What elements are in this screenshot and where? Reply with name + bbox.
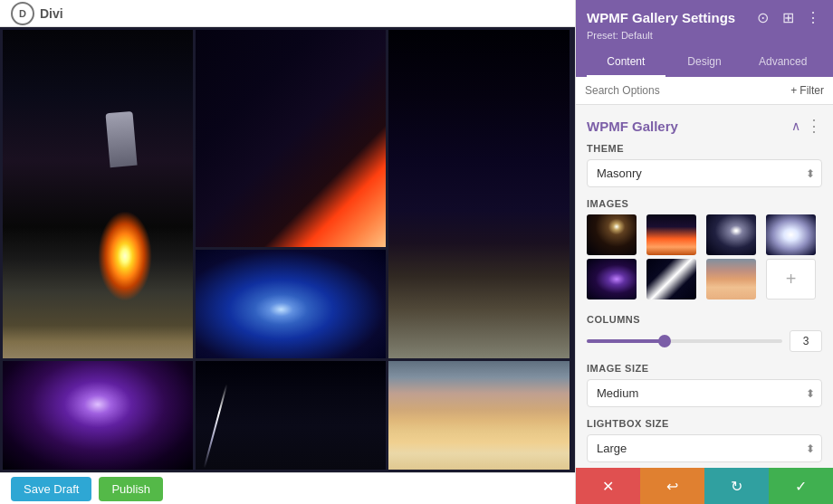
tab-advanced[interactable]: Advanced — [743, 48, 822, 77]
top-bar: D Divi — [0, 0, 575, 27]
panel-title-row: WPMF Gallery Settings ⊙ ⊞ ⋮ — [587, 9, 822, 26]
settings-panel: WPMF Gallery Settings ⊙ ⊞ ⋮ Preset: Defa… — [575, 0, 833, 504]
theme-label: Theme — [587, 143, 822, 154]
image-thumb-stars[interactable] — [706, 214, 756, 255]
gallery-image-shuttle — [3, 30, 193, 358]
panel-content: + Filter WPMF Gallery ∧ ⋮ Theme Masonry … — [576, 77, 833, 468]
columns-slider-thumb[interactable] — [658, 335, 671, 347]
filter-button[interactable]: + Filter — [790, 84, 824, 97]
columns-slider-row — [587, 330, 822, 352]
panel-action-bar: ✕ ↩ ↻ ✓ — [576, 468, 833, 504]
image-size-setting: Image Size Thumbnail Medium Large Full ⬍ — [576, 363, 833, 418]
columns-slider-fill — [587, 339, 665, 343]
columns-label: Columns — [587, 314, 822, 325]
bottom-bar: Save Draft Publish — [0, 472, 575, 504]
image-thumb-nebula[interactable] — [766, 214, 816, 255]
canvas-area: D Divi Save Draft Publish — [0, 0, 575, 504]
delete-button[interactable]: ✕ — [576, 468, 640, 504]
columns-setting: Columns — [576, 314, 833, 363]
lightbox-size-select[interactable]: Thumbnail Medium Large Full — [587, 434, 822, 462]
image-size-select[interactable]: Thumbnail Medium Large Full — [587, 379, 822, 407]
collapse-icon[interactable]: ∧ — [791, 119, 800, 133]
gallery-image-purple-galaxy — [3, 361, 193, 470]
columns-icon[interactable]: ⊞ — [779, 9, 797, 26]
images-label: Images — [587, 198, 822, 209]
gallery-image-sunset — [388, 361, 570, 470]
panel-tabs: Content Design Advanced — [587, 48, 822, 77]
gallery-image-rocket — [196, 30, 386, 247]
undo-button[interactable]: ↩ — [640, 468, 704, 504]
section-actions: ∧ ⋮ — [791, 116, 822, 136]
search-filter-row: + Filter — [576, 77, 833, 105]
panel-preset: Preset: Default — [587, 30, 822, 41]
panel-title: WPMF Gallery Settings — [587, 10, 735, 25]
image-size-select-wrapper: Thumbnail Medium Large Full ⬍ — [587, 379, 822, 407]
settings-icon[interactable]: ⊙ — [753, 9, 771, 26]
divi-logo-icon: D — [11, 2, 34, 25]
image-thumb-purple[interactable] — [587, 259, 637, 300]
lightbox-size-select-wrapper: Thumbnail Medium Large Full ⬍ — [587, 434, 822, 462]
search-input[interactable] — [585, 84, 785, 97]
confirm-button[interactable]: ✓ — [769, 468, 833, 504]
section-title: WPMF Gallery — [587, 119, 678, 134]
images-grid: + — [587, 214, 822, 300]
image-thumb-shuttle[interactable] — [587, 214, 637, 255]
tab-content[interactable]: Content — [587, 48, 665, 77]
gallery-image-star-streak — [196, 361, 386, 470]
more-icon[interactable]: ⋮ — [804, 9, 822, 26]
section-more-icon[interactable]: ⋮ — [806, 116, 822, 136]
lightbox-size-label: Lightbox Size — [587, 418, 822, 429]
columns-slider-track — [587, 339, 782, 343]
gallery-image-nebula — [196, 250, 386, 358]
publish-button[interactable]: Publish — [99, 477, 163, 501]
panel-header: WPMF Gallery Settings ⊙ ⊞ ⋮ Preset: Defa… — [576, 0, 833, 77]
lightbox-size-setting: Lightbox Size Thumbnail Medium Large Ful… — [576, 418, 833, 468]
filter-plus-icon: + — [790, 84, 797, 97]
filter-label: Filter — [799, 84, 824, 97]
section-header: WPMF Gallery ∧ ⋮ — [576, 105, 833, 143]
gallery-grid — [0, 27, 575, 472]
divi-logo-text: Divi — [40, 6, 63, 21]
image-thumb-streak[interactable] — [646, 259, 696, 300]
save-draft-button[interactable]: Save Draft — [11, 477, 91, 501]
image-size-label: Image Size — [587, 363, 822, 374]
image-thumb-rocket[interactable] — [646, 214, 696, 255]
panel-icons: ⊙ ⊞ ⋮ — [753, 9, 822, 26]
image-thumb-sunset[interactable] — [706, 259, 756, 300]
tab-design[interactable]: Design — [665, 48, 744, 77]
gallery-image-stars-mountain — [388, 30, 570, 358]
theme-setting: Theme Masonry Grid Justified Slider ⬍ — [576, 143, 833, 198]
columns-value-input[interactable] — [790, 330, 822, 352]
add-image-button[interactable]: + — [766, 259, 816, 300]
theme-select[interactable]: Masonry Grid Justified Slider — [587, 159, 822, 187]
theme-select-wrapper: Masonry Grid Justified Slider ⬍ — [587, 159, 822, 187]
redo-button[interactable]: ↻ — [704, 468, 769, 504]
images-setting: Images + — [576, 198, 833, 314]
divi-logo: D Divi — [11, 2, 63, 25]
